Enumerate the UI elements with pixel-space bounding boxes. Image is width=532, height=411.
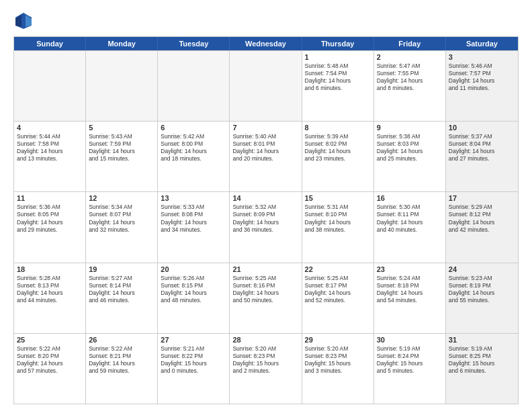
day-number: 9	[377, 124, 443, 132]
day-number: 12	[89, 194, 154, 202]
day-number: 25	[17, 336, 83, 344]
day-info: Sunrise: 5:39 AM Sunset: 8:02 PM Dayligh…	[305, 133, 371, 163]
day-info: Sunrise: 5:28 AM Sunset: 8:13 PM Dayligh…	[17, 275, 83, 304]
day-number: 20	[161, 265, 226, 273]
calendar-cell: 21Sunrise: 5:25 AM Sunset: 8:16 PM Dayli…	[230, 263, 302, 333]
day-info: Sunrise: 5:27 AM Sunset: 8:14 PM Dayligh…	[89, 275, 154, 304]
day-number: 27	[161, 336, 226, 344]
calendar-row: 1Sunrise: 5:48 AM Sunset: 7:54 PM Daylig…	[14, 50, 518, 121]
calendar-cell: 4Sunrise: 5:44 AM Sunset: 7:58 PM Daylig…	[14, 122, 86, 191]
calendar-cell: 12Sunrise: 5:34 AM Sunset: 8:07 PM Dayli…	[86, 192, 158, 262]
calendar-cell: 7Sunrise: 5:40 AM Sunset: 8:01 PM Daylig…	[230, 122, 302, 191]
day-number: 1	[305, 53, 371, 61]
calendar-cell: 6Sunrise: 5:42 AM Sunset: 8:00 PM Daylig…	[158, 122, 230, 191]
day-number: 24	[449, 265, 515, 273]
day-number: 21	[232, 265, 298, 273]
day-info: Sunrise: 5:34 AM Sunset: 8:07 PM Dayligh…	[89, 203, 154, 233]
weekday-header: Wednesday	[230, 37, 302, 50]
day-info: Sunrise: 5:25 AM Sunset: 8:17 PM Dayligh…	[305, 275, 371, 304]
calendar-cell: 17Sunrise: 5:29 AM Sunset: 8:12 PM Dayli…	[446, 192, 518, 262]
day-number: 17	[449, 194, 515, 202]
calendar-row: 11Sunrise: 5:36 AM Sunset: 8:05 PM Dayli…	[14, 191, 518, 262]
day-info: Sunrise: 5:30 AM Sunset: 8:11 PM Dayligh…	[377, 203, 443, 233]
weekday-header: Friday	[374, 37, 446, 50]
calendar-cell: 18Sunrise: 5:28 AM Sunset: 8:13 PM Dayli…	[14, 263, 86, 333]
weekday-header: Saturday	[446, 37, 518, 50]
day-info: Sunrise: 5:24 AM Sunset: 8:18 PM Dayligh…	[377, 275, 443, 304]
calendar-cell: 30Sunrise: 5:19 AM Sunset: 8:24 PM Dayli…	[374, 334, 446, 404]
day-info: Sunrise: 5:48 AM Sunset: 7:54 PM Dayligh…	[305, 62, 371, 92]
calendar-cell: 1Sunrise: 5:48 AM Sunset: 7:54 PM Daylig…	[302, 51, 374, 121]
calendar-cell: 5Sunrise: 5:43 AM Sunset: 7:59 PM Daylig…	[86, 122, 158, 191]
day-info: Sunrise: 5:44 AM Sunset: 7:58 PM Dayligh…	[17, 133, 83, 163]
day-info: Sunrise: 5:25 AM Sunset: 8:16 PM Dayligh…	[232, 275, 298, 304]
calendar-body: 1Sunrise: 5:48 AM Sunset: 7:54 PM Daylig…	[14, 50, 518, 404]
calendar-cell: 20Sunrise: 5:26 AM Sunset: 8:15 PM Dayli…	[158, 263, 230, 333]
calendar-cell: 23Sunrise: 5:24 AM Sunset: 8:18 PM Dayli…	[374, 263, 446, 333]
day-info: Sunrise: 5:22 AM Sunset: 8:20 PM Dayligh…	[17, 345, 83, 375]
calendar-cell: 3Sunrise: 5:46 AM Sunset: 7:57 PM Daylig…	[446, 51, 518, 121]
calendar-cell: 11Sunrise: 5:36 AM Sunset: 8:05 PM Dayli…	[14, 192, 86, 262]
day-number: 22	[305, 265, 371, 273]
day-info: Sunrise: 5:29 AM Sunset: 8:12 PM Dayligh…	[449, 203, 515, 233]
day-number: 16	[377, 194, 443, 202]
day-number: 13	[161, 194, 226, 202]
day-number: 28	[232, 336, 298, 344]
day-number: 3	[449, 53, 515, 61]
calendar-cell: 16Sunrise: 5:30 AM Sunset: 8:11 PM Dayli…	[374, 192, 446, 262]
calendar: SundayMondayTuesdayWednesdayThursdayFrid…	[13, 36, 519, 404]
day-number: 29	[305, 336, 371, 344]
calendar-cell: 22Sunrise: 5:25 AM Sunset: 8:17 PM Dayli…	[302, 263, 374, 333]
day-info: Sunrise: 5:40 AM Sunset: 8:01 PM Dayligh…	[232, 133, 298, 163]
day-info: Sunrise: 5:42 AM Sunset: 8:00 PM Dayligh…	[161, 133, 226, 163]
header	[13, 11, 519, 31]
calendar-cell	[86, 51, 158, 121]
day-number: 7	[232, 124, 298, 132]
day-number: 4	[17, 124, 83, 132]
day-number: 14	[232, 194, 298, 202]
calendar-cell: 10Sunrise: 5:37 AM Sunset: 8:04 PM Dayli…	[446, 122, 518, 191]
day-number: 5	[89, 124, 154, 132]
calendar-cell: 29Sunrise: 5:20 AM Sunset: 8:23 PM Dayli…	[302, 334, 374, 404]
day-info: Sunrise: 5:33 AM Sunset: 8:08 PM Dayligh…	[161, 203, 226, 233]
calendar-cell: 24Sunrise: 5:23 AM Sunset: 8:19 PM Dayli…	[446, 263, 518, 333]
day-info: Sunrise: 5:22 AM Sunset: 8:21 PM Dayligh…	[89, 345, 154, 375]
calendar-row: 4Sunrise: 5:44 AM Sunset: 7:58 PM Daylig…	[14, 121, 518, 191]
day-info: Sunrise: 5:23 AM Sunset: 8:19 PM Dayligh…	[449, 275, 515, 304]
day-info: Sunrise: 5:47 AM Sunset: 7:55 PM Dayligh…	[377, 62, 443, 92]
day-info: Sunrise: 5:20 AM Sunset: 8:23 PM Dayligh…	[305, 345, 371, 375]
calendar-cell	[230, 51, 302, 121]
calendar-row: 18Sunrise: 5:28 AM Sunset: 8:13 PM Dayli…	[14, 263, 518, 333]
calendar-header: SundayMondayTuesdayWednesdayThursdayFrid…	[14, 37, 518, 50]
calendar-cell: 28Sunrise: 5:20 AM Sunset: 8:23 PM Dayli…	[230, 334, 302, 404]
day-number: 15	[305, 194, 371, 202]
day-info: Sunrise: 5:19 AM Sunset: 8:25 PM Dayligh…	[449, 345, 515, 375]
calendar-cell: 8Sunrise: 5:39 AM Sunset: 8:02 PM Daylig…	[302, 122, 374, 191]
day-number: 19	[89, 265, 154, 273]
weekday-header: Sunday	[14, 37, 86, 50]
day-info: Sunrise: 5:43 AM Sunset: 7:59 PM Dayligh…	[89, 133, 154, 163]
calendar-cell: 15Sunrise: 5:31 AM Sunset: 8:10 PM Dayli…	[302, 192, 374, 262]
calendar-cell: 13Sunrise: 5:33 AM Sunset: 8:08 PM Dayli…	[158, 192, 230, 262]
day-number: 23	[377, 265, 443, 273]
day-info: Sunrise: 5:20 AM Sunset: 8:23 PM Dayligh…	[232, 345, 298, 375]
day-info: Sunrise: 5:32 AM Sunset: 8:09 PM Dayligh…	[232, 203, 298, 233]
day-info: Sunrise: 5:38 AM Sunset: 8:03 PM Dayligh…	[377, 133, 443, 163]
page: SundayMondayTuesdayWednesdayThursdayFrid…	[0, 0, 532, 411]
day-info: Sunrise: 5:36 AM Sunset: 8:05 PM Dayligh…	[17, 203, 83, 233]
day-number: 11	[17, 194, 83, 202]
weekday-header: Thursday	[302, 37, 374, 50]
day-number: 10	[449, 124, 515, 132]
day-info: Sunrise: 5:19 AM Sunset: 8:24 PM Dayligh…	[377, 345, 443, 375]
day-number: 6	[161, 124, 226, 132]
calendar-cell: 19Sunrise: 5:27 AM Sunset: 8:14 PM Dayli…	[86, 263, 158, 333]
calendar-row: 25Sunrise: 5:22 AM Sunset: 8:20 PM Dayli…	[14, 333, 518, 404]
weekday-header: Monday	[86, 37, 158, 50]
logo	[13, 11, 38, 31]
calendar-cell	[158, 51, 230, 121]
day-number: 31	[449, 336, 515, 344]
day-number: 30	[377, 336, 443, 344]
calendar-cell: 27Sunrise: 5:21 AM Sunset: 8:22 PM Dayli…	[158, 334, 230, 404]
calendar-cell: 25Sunrise: 5:22 AM Sunset: 8:20 PM Dayli…	[14, 334, 86, 404]
day-number: 8	[305, 124, 371, 132]
